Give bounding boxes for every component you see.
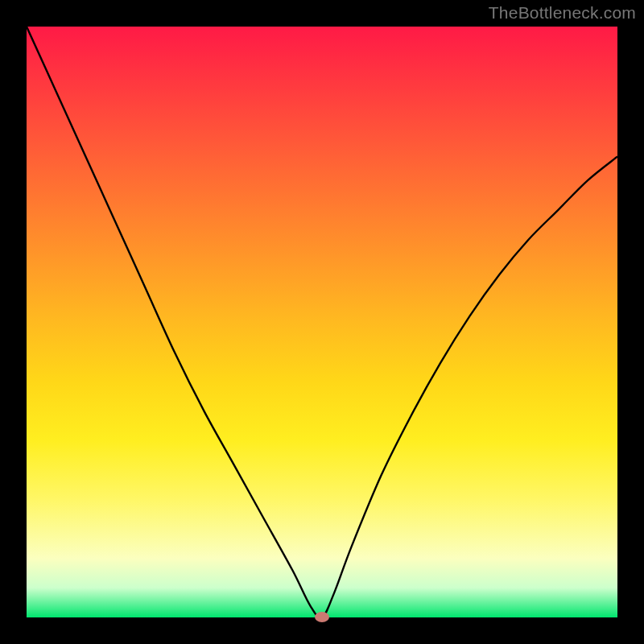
- optimal-point-marker: [315, 612, 329, 622]
- chart-frame: TheBottleneck.com: [0, 0, 644, 644]
- bottleneck-curve: [27, 27, 617, 617]
- plot-area: [27, 27, 617, 617]
- attribution-label: TheBottleneck.com: [489, 3, 636, 23]
